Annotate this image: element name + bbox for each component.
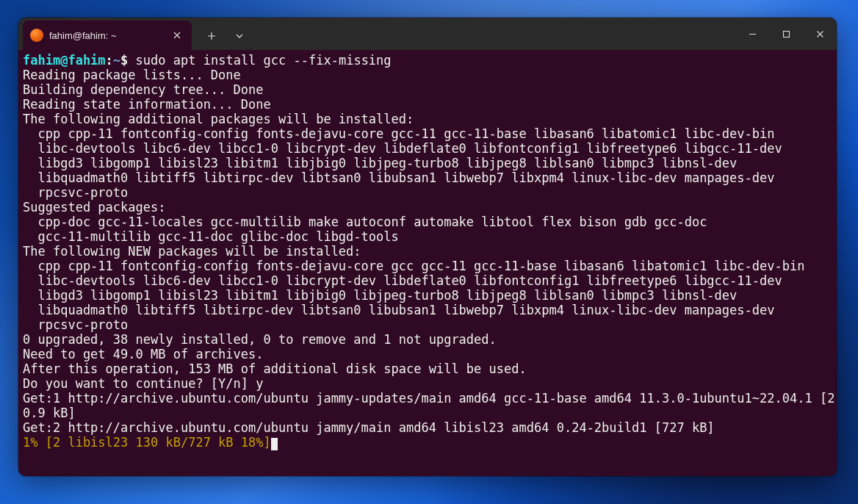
output-line: libc-devtools libc6-dev libcc1-0 libcryp…: [23, 273, 782, 288]
output-line: Building dependency tree... Done: [23, 82, 264, 97]
maximize-icon: [782, 30, 790, 38]
new-tab-button[interactable]: [199, 25, 224, 47]
output-line: libquadmath0 libtiff5 libtirpc-dev libts…: [23, 170, 775, 185]
output-line: libc-devtools libc6-dev libcc1-0 libcryp…: [23, 141, 782, 156]
output-line: 0.9 kB]: [23, 406, 76, 420]
download-progress: 1% [2 libisl23 130 kB/727 kB 18%]: [23, 435, 271, 450]
output-line: cpp cpp-11 fontconfig-config fonts-dejav…: [23, 259, 804, 273]
window-controls: [735, 18, 837, 50]
close-icon: [816, 30, 824, 38]
terminal-cursor: [271, 438, 278, 450]
output-line: gcc-11-multilib gcc-11-doc glibc-doc lib…: [23, 229, 399, 244]
window-titlebar[interactable]: fahim@fahim: ~: [18, 18, 837, 50]
output-line: Do you want to continue? [Y/n] y: [23, 376, 264, 391]
minimize-icon: [749, 30, 757, 38]
output-line: rpcsvc-proto: [23, 317, 128, 332]
output-line: After this operation, 153 MB of addition…: [23, 361, 527, 376]
output-line: The following additional packages will b…: [23, 112, 414, 126]
output-line: 0 upgraded, 38 newly installed, 0 to rem…: [23, 332, 497, 347]
tab-actions: [192, 18, 252, 50]
output-line: libgd3 libgomp1 libisl23 libitm1 libjbig…: [23, 156, 737, 170]
maximize-button[interactable]: [769, 18, 803, 50]
output-line: cpp cpp-11 fontconfig-config fonts-dejav…: [23, 126, 775, 141]
plus-icon: [207, 32, 216, 40]
tab-active[interactable]: fahim@fahim: ~: [23, 21, 192, 50]
tab-dropdown-button[interactable]: [227, 25, 252, 47]
output-line: libquadmath0 libtiff5 libtirpc-dev libts…: [23, 303, 775, 317]
close-window-button[interactable]: [803, 18, 837, 50]
output-line: Reading state information... Done: [23, 97, 271, 112]
output-line: Suggested packages:: [23, 200, 165, 215]
output-line: libgd3 libgomp1 libisl23 libitm1 libjbig…: [23, 288, 737, 303]
tab-title: fahim@fahim: ~: [49, 30, 117, 41]
terminal-window: fahim@fahim: ~ fahim@fahim:~$ s: [18, 18, 837, 476]
output-line: Get:1 http://archive.ubuntu.com/ubuntu j…: [23, 391, 834, 406]
svg-rect-0: [783, 31, 789, 37]
close-icon: [173, 32, 181, 39]
output-line: rpcsvc-proto: [23, 185, 128, 200]
terminal-output[interactable]: fahim@fahim:~$ sudo apt install gcc --fi…: [18, 50, 837, 476]
minimize-button[interactable]: [735, 18, 769, 50]
command-text: sudo apt install gcc --fix-missing: [136, 53, 392, 68]
close-tab-button[interactable]: [170, 28, 184, 43]
output-line: Get:2 http://archive.ubuntu.com/ubuntu j…: [23, 420, 715, 435]
output-line: Reading package lists... Done: [23, 68, 241, 82]
prompt-user-host: fahim@fahim: [23, 53, 106, 68]
prompt-symbol: $: [120, 53, 128, 68]
output-line: Need to get 49.0 MB of archives.: [23, 347, 264, 361]
prompt-colon: :: [106, 53, 113, 68]
ubuntu-icon: [30, 29, 43, 42]
prompt-path: ~: [113, 53, 120, 68]
output-line: The following NEW packages will be insta…: [23, 244, 361, 259]
output-line: cpp-doc gcc-11-locales gcc-multilib make…: [23, 215, 707, 229]
chevron-down-icon: [235, 32, 244, 40]
